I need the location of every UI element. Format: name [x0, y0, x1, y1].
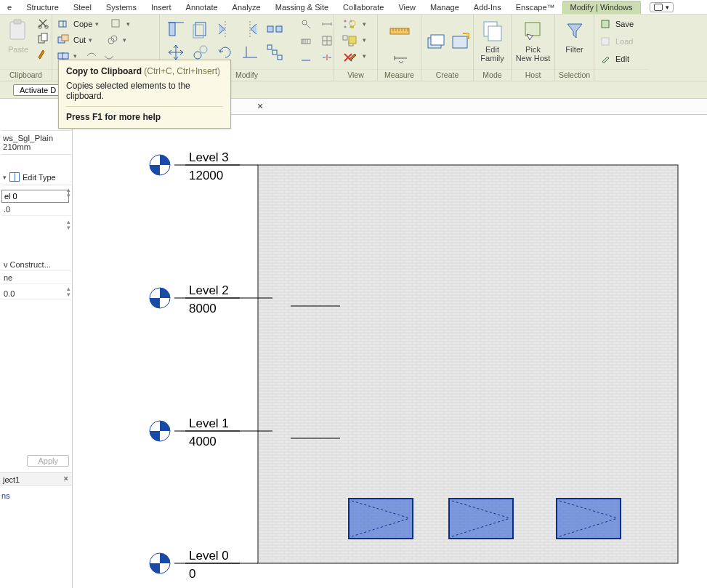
bulb-icon[interactable]	[345, 17, 360, 31]
type-selector[interactable]: ws_Sgl_Plain 210mm	[1, 130, 72, 155]
edit-type-icon	[9, 172, 20, 182]
svg-point-20	[200, 46, 207, 53]
filter-icon	[562, 18, 587, 43]
mirror-pick-icon[interactable]	[238, 17, 262, 41]
level-0-marker[interactable]: Level 0 0	[150, 549, 258, 581]
cut-geometry-button[interactable]: Cut ▾ ▾	[56, 33, 126, 47]
svg-rect-22	[272, 50, 277, 55]
menu-tab-architecture[interactable]: e	[0, 1, 19, 13]
ribbon-group-mode: Edit Family Mode	[474, 15, 512, 81]
menu-tab-collaborate[interactable]: Collaborate	[336, 1, 391, 13]
geom-extra1-icon[interactable]	[109, 17, 124, 31]
level-field[interactable]	[1, 190, 69, 203]
cope-icon	[56, 17, 70, 31]
svg-rect-42	[488, 26, 501, 41]
filter-button[interactable]: Filter	[560, 17, 589, 55]
extend-icon[interactable]	[297, 50, 315, 65]
save-selection-button[interactable]: Save	[598, 17, 634, 31]
cope-button[interactable]: Cope ▾ ▾	[56, 17, 130, 31]
menu-tab-annotate[interactable]: Annotate	[179, 1, 225, 13]
ribbon-group-view: ▾ ▾ ▾ View	[334, 15, 378, 81]
scale-icon[interactable]	[297, 33, 315, 48]
svg-rect-23	[278, 55, 282, 60]
menu-tab-view[interactable]: View	[391, 1, 423, 13]
load-icon	[598, 35, 613, 48]
svg-point-33	[350, 20, 355, 26]
trim-icon[interactable]	[238, 40, 262, 65]
menu-tab-structure[interactable]: Structure	[19, 1, 66, 13]
paste-button[interactable]: Paste	[4, 17, 33, 55]
tree-item-1[interactable]: ns	[1, 491, 10, 500]
svg-rect-13	[62, 53, 68, 59]
grid-tool-icon[interactable]	[318, 33, 336, 48]
group-label-clipboard: Clipboard	[0, 69, 52, 81]
menu-tab-analyze[interactable]: Analyze	[225, 1, 268, 13]
group-label-selection: Selection	[555, 69, 594, 81]
copy-icon[interactable]	[36, 32, 50, 45]
project-browser-header[interactable]: ject1	[0, 472, 72, 486]
ribbon-group-host: Pick New Host Host	[512, 15, 555, 81]
split-icon[interactable]	[262, 17, 287, 41]
svg-rect-6	[59, 21, 66, 27]
svg-rect-39	[453, 36, 467, 48]
svg-rect-34	[351, 26, 354, 28]
geom-extra2-icon[interactable]	[105, 33, 120, 47]
pick-host-icon	[521, 18, 546, 43]
save-icon	[598, 17, 613, 31]
clipboard-icon	[6, 18, 31, 43]
split2-icon[interactable]	[318, 50, 336, 65]
matchtype-icon[interactable]	[36, 47, 50, 60]
menu-tab-enscape[interactable]: Enscape™	[509, 1, 562, 13]
cut-geom-icon	[56, 33, 70, 47]
menu-tab-steel[interactable]: Steel	[66, 1, 99, 13]
menu-tab-systems[interactable]: Systems	[99, 1, 144, 13]
align-icon[interactable]	[163, 17, 188, 41]
activate-dimensions-button[interactable]: Activate D	[13, 84, 62, 96]
viewport[interactable]: Level 3 12000 Level 2 8000	[73, 115, 707, 588]
window-instance-1[interactable]	[349, 499, 413, 539]
group-label-measure: Measure	[378, 69, 421, 81]
svg-text:Level 2: Level 2	[189, 283, 229, 297]
edit-family-icon	[480, 18, 505, 43]
chevron-down-icon: ▾	[666, 4, 669, 11]
create1-icon[interactable]	[425, 30, 445, 55]
window-instance-3[interactable]	[557, 499, 621, 539]
load-selection-button[interactable]: Load	[598, 34, 633, 49]
create2-icon[interactable]	[450, 30, 470, 55]
edit-selection-button[interactable]: Edit	[598, 52, 629, 66]
svg-rect-35	[349, 36, 356, 44]
tooltip-shortcut: (Ctrl+C, Ctrl+Insert)	[144, 66, 220, 76]
help-dropdown[interactable]: ▾	[650, 2, 674, 12]
tooltip-title: Copy to Clipboard	[66, 66, 142, 76]
offset-icon[interactable]	[188, 17, 213, 41]
paint-icon[interactable]	[345, 49, 360, 63]
pin-icon[interactable]	[297, 17, 315, 31]
pick-new-host-button[interactable]: Pick New Host	[515, 17, 551, 64]
menu-tab-massing[interactable]: Massing & Site	[268, 1, 336, 13]
cut-icon[interactable]	[36, 17, 50, 30]
construction-row2: ne	[1, 271, 72, 284]
dim-tool-icon[interactable]	[392, 52, 407, 65]
chevron-down-icon[interactable]: ▾	[3, 174, 7, 181]
menu-tab-manage[interactable]: Manage	[423, 1, 466, 13]
close-view-button[interactable]: ×	[254, 100, 266, 112]
menu-tab-addins[interactable]: Add-Ins	[466, 1, 509, 13]
window-instance-2[interactable]	[449, 499, 513, 539]
menu-tab-insert[interactable]: Insert	[144, 1, 179, 13]
render-icon[interactable]	[345, 33, 360, 47]
svg-rect-0	[10, 22, 25, 39]
edit-type-button[interactable]: Edit Type	[23, 173, 56, 182]
close-icon[interactable]: ×	[64, 474, 68, 483]
svg-point-40	[466, 33, 469, 36]
edit-family-button[interactable]: Edit Family	[478, 17, 507, 64]
group-label-view: View	[334, 69, 377, 81]
apply-button[interactable]: Apply	[27, 455, 69, 467]
measure-icon[interactable]	[387, 20, 412, 44]
menu-tab-modify[interactable]: Modify | Windows	[562, 1, 641, 14]
mirror-axis-icon[interactable]	[213, 17, 238, 41]
array-icon[interactable]	[262, 40, 287, 65]
svg-text:Level 1: Level 1	[189, 416, 229, 430]
group-label-create: Create	[421, 69, 473, 81]
svg-text:Level 3: Level 3	[189, 150, 229, 164]
dim-icon[interactable]	[318, 17, 336, 31]
